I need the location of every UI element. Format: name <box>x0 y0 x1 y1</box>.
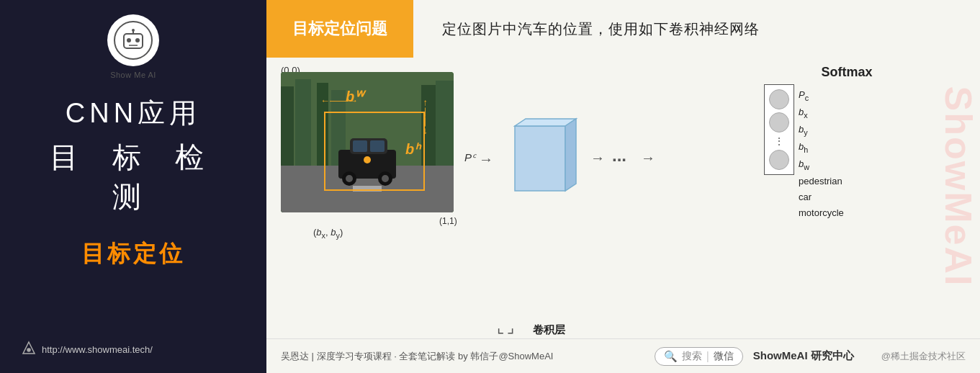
svg-rect-27 <box>515 126 565 191</box>
community-label: @稀土掘金技术社区 <box>881 350 966 363</box>
softmax-area: Softmax ⋮ Pc bx by bh bw pedestrian car … <box>764 65 930 221</box>
brand-text: ShowMeAI 研究中心 <box>753 349 854 363</box>
bh-label: bʰ <box>405 140 420 158</box>
conv-label: 卷积层 <box>533 323 565 337</box>
svg-rect-17 <box>353 186 382 192</box>
coord-11: (1,1) <box>439 216 457 226</box>
list-item: by <box>799 122 844 139</box>
softmax-title: Softmax <box>764 65 930 80</box>
bh-arrow: ←——→ <box>421 99 431 136</box>
logo-text: Show Me AI <box>110 71 156 79</box>
list-item: bx <box>799 104 844 122</box>
svg-point-5 <box>132 29 135 32</box>
svg-point-2 <box>135 38 140 42</box>
bottom-right-area: 🔍 搜索 | 微信 ShowMeAI 研究中心 @稀土掘金技术社区 <box>655 347 966 366</box>
logo-inner <box>114 21 153 60</box>
sidebar-link[interactable]: http://www.showmeai.tech/ <box>42 344 153 355</box>
car-image <box>281 72 454 212</box>
search-icon: 🔍 <box>664 350 678 363</box>
search-box[interactable]: 🔍 搜索 | 微信 <box>655 347 743 366</box>
svg-rect-21 <box>370 140 385 152</box>
softmax-circles: ⋮ <box>764 84 794 175</box>
svg-point-26 <box>382 175 389 182</box>
svg-point-7 <box>27 349 30 351</box>
bottom-left: 吴恩达 | 深度学习专项课程 · 全套笔记解读 by 韩信子@ShowMeAI <box>281 350 553 363</box>
wechat-text: 微信 <box>714 350 734 363</box>
svg-point-1 <box>127 38 131 42</box>
robot-icon <box>120 27 147 54</box>
sm-circle-2 <box>769 112 789 132</box>
bw-arrow: ←——→ <box>320 95 358 106</box>
header-banner: 目标定位问题 定位图片中汽车的位置，使用如下卷积神经网络 <box>266 0 980 58</box>
sm-circle-3 <box>769 150 789 170</box>
svg-marker-29 <box>565 119 576 191</box>
sidebar: Show Me AI CNN应用 目 标 检 测 目标定位 http://www… <box>0 0 266 373</box>
list-item: motorcycle <box>799 205 844 221</box>
sm-dots-v: ⋮ <box>774 135 784 147</box>
logo-circle <box>107 14 159 66</box>
svg-point-22 <box>364 156 371 163</box>
sidebar-subtitle: 目 标 检 测 <box>22 138 245 217</box>
diagram-area: (0,0) <box>266 58 980 338</box>
logo-area: Show Me AI <box>107 14 159 79</box>
svg-point-25 <box>346 175 353 182</box>
svg-rect-20 <box>353 140 367 152</box>
pc-flow-label: Pᶜ <box>464 151 476 164</box>
softmax-list: Pc bx by bh bw pedestrian car motorcycle <box>799 84 844 221</box>
bottom-credit: 吴恩达 | 深度学习专项课程 · 全套笔记解读 by 韩信子@ShowMeAI <box>281 350 553 363</box>
list-item: Pc <box>799 87 844 104</box>
list-item: bh <box>799 139 844 156</box>
sidebar-title: CNN应用 <box>66 95 201 132</box>
sidebar-highlight: 目标定位 <box>81 238 185 270</box>
arrow1: → <box>479 151 493 168</box>
nn-block <box>504 115 583 197</box>
list-item: bw <box>799 156 844 174</box>
softmax-content: ⋮ Pc bx by bh bw pedestrian car motorcyc… <box>764 84 930 221</box>
car-scene-svg <box>281 72 454 212</box>
bottom-bar: 吴恩达 | 深度学习专项课程 · 全套笔记解读 by 韩信子@ShowMeAI … <box>266 338 980 373</box>
left-bracket: ⌞ <box>497 318 504 337</box>
sm-circle-1 <box>769 89 789 109</box>
arrow-nn-dots: → <box>590 150 605 166</box>
list-item: car <box>799 189 844 205</box>
sidebar-link-area: http://www.showmeai.tech/ <box>22 341 153 359</box>
banner-orange-label: 目标定位问题 <box>266 0 413 58</box>
banner-description: 定位图片中汽车的位置，使用如下卷积神经网络 <box>413 19 760 39</box>
arrow-dots-softmax: → <box>641 150 655 166</box>
list-item: pedestrian <box>799 174 844 189</box>
dots-label: ... <box>612 145 626 166</box>
main-content: 目标定位问题 定位图片中汽车的位置，使用如下卷积神经网络 ShowMeAI (0… <box>266 0 980 373</box>
search-text: 搜索 <box>682 350 702 363</box>
conv-text: 卷积层 <box>533 323 565 336</box>
svg-rect-0 <box>124 34 143 48</box>
link-icon <box>22 341 36 359</box>
right-bracket: ⌟ <box>507 318 514 337</box>
coord-bxy: (bx, by) <box>313 227 343 240</box>
